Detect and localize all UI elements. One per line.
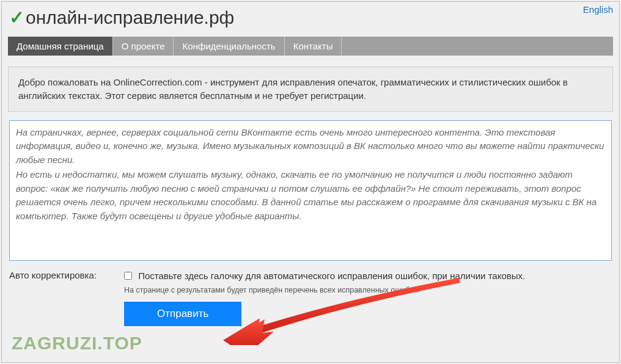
intro-box: Добро пожаловать на OnlineCorrection.com… xyxy=(8,67,613,112)
nav-bar: Домашняя страница О проекте Конфиденциал… xyxy=(8,37,613,56)
text-paragraph-1: На страничках, вернее, серверах социальн… xyxy=(16,126,605,167)
language-link[interactable]: English xyxy=(583,4,613,15)
nav-about[interactable]: О проекте xyxy=(113,37,174,56)
check-icon: ✓ xyxy=(9,7,24,28)
autocorrect-desc-line: Поставьте здесь галочку для автоматическ… xyxy=(124,269,612,283)
nav-contacts[interactable]: Контакты xyxy=(285,37,342,56)
nav-privacy[interactable]: Конфиденциальность xyxy=(174,37,284,56)
autocorrect-hint: На странице с результатами будет приведё… xyxy=(124,285,612,296)
autocorrect-row: Авто корректировка: Поставьте здесь гало… xyxy=(9,269,612,296)
text-paragraph-2: Но есть и недостатки, мы можем слушать м… xyxy=(16,168,605,223)
text-input-area[interactable]: На страничках, вернее, серверах социальн… xyxy=(9,120,612,261)
autocorrect-desc: Поставьте здесь галочку для автоматическ… xyxy=(138,271,525,281)
autocorrect-label: Авто корректировка: xyxy=(9,269,124,296)
watermark: ZAGRUZI.TOP xyxy=(12,333,142,354)
site-title: онлайн-исправление.рф xyxy=(26,7,234,28)
autocorrect-checkbox[interactable] xyxy=(124,272,132,280)
submit-button[interactable]: Отправить xyxy=(124,302,241,326)
nav-home[interactable]: Домашняя страница xyxy=(8,37,113,56)
nav-spacer xyxy=(342,37,613,56)
header: ✓ онлайн-исправление.рф xyxy=(2,2,619,37)
